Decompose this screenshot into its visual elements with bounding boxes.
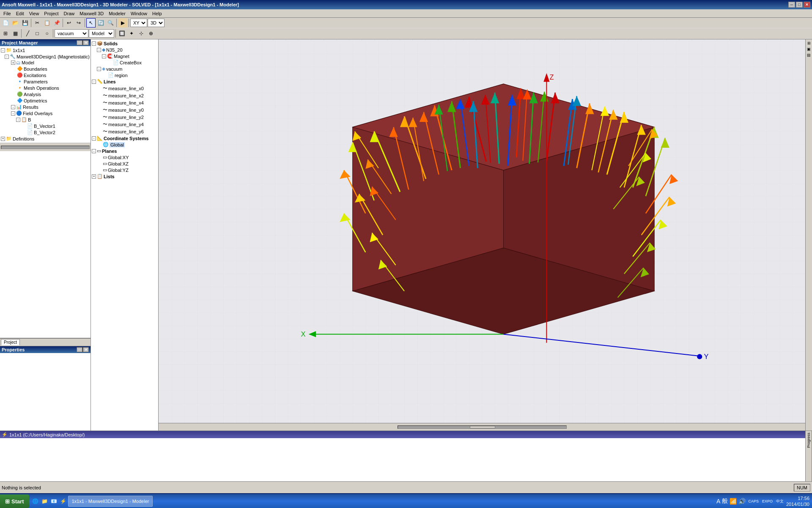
mt-line-x0[interactable]: 〜 measure_line_x0: [92, 85, 157, 92]
tree-item-excitations[interactable]: 🔴 Excitations: [1, 72, 90, 78]
taskbar-mail-icon[interactable]: 📧: [49, 497, 59, 506]
dim-dropdown[interactable]: 3D2D: [148, 19, 165, 27]
toggle-model[interactable]: +: [11, 61, 15, 65]
tree-item-model[interactable]: + 🗂 Model: [1, 60, 90, 66]
mt-lines[interactable]: - 📏 Lines: [92, 78, 157, 85]
mt-global[interactable]: 🌐 Global: [92, 141, 157, 148]
paste-button[interactable]: 📌: [52, 18, 61, 28]
mt-lists[interactable]: + 📋 Lists: [92, 173, 157, 179]
view-dropdown[interactable]: XYXZYZ: [130, 19, 147, 27]
rt-btn-3[interactable]: ▤: [806, 52, 812, 58]
mt-planes[interactable]: - ▭ Planes: [92, 148, 157, 154]
material-dropdown[interactable]: vacuum: [55, 29, 88, 38]
rt-btn-2[interactable]: ▣: [806, 46, 812, 52]
grid-button[interactable]: ▦: [11, 29, 20, 38]
tree-item-parameters[interactable]: 🔹 Parameters: [1, 78, 90, 85]
toggle-defs[interactable]: +: [1, 137, 5, 141]
tree-item-design[interactable]: - 🔧 Maxwell3DDesign1 (Magnetostatic): [1, 53, 90, 60]
tree-item-bvector1[interactable]: 📄 B_Vector1: [1, 123, 90, 129]
mt-line-x2[interactable]: 〜 measure_line_x2: [92, 92, 157, 99]
tree-item-boundaries[interactable]: 🔶 Boundaries: [1, 66, 90, 72]
tree-item-root[interactable]: - 📁 1x1x1: [1, 47, 90, 53]
mt-line-x4[interactable]: 〜 measure_line_x4: [92, 99, 157, 106]
tree-item-mesh[interactable]: 🔸 Mesh Operations: [1, 85, 90, 91]
mt-createbox[interactable]: 📄 CreateBox: [92, 59, 157, 66]
draw-box-button[interactable]: □: [33, 29, 42, 38]
taskbar-ansoft-icon[interactable]: ⚡: [59, 497, 68, 506]
tray-icon-a[interactable]: A: [716, 498, 720, 505]
draw-line-button[interactable]: ╱: [23, 29, 32, 38]
tree-item-optimetrics[interactable]: 🔷 Optimetrics: [1, 97, 90, 104]
3d-viewport[interactable]: B[tesla] 1.8065e+0001.0216e+0009.8762e-0…: [159, 39, 805, 431]
toggle-root[interactable]: -: [1, 48, 5, 52]
scroll-thumb[interactable]: [470, 426, 495, 428]
taskbar-ie-icon[interactable]: 🌐: [31, 497, 40, 506]
tree-item-definitions[interactable]: + 📁 Definitions: [1, 135, 90, 142]
start-button[interactable]: ⊞ Start: [0, 494, 29, 508]
undo-button[interactable]: ↩: [64, 18, 74, 28]
mt-vacuum[interactable]: - ◈ vacuum: [92, 66, 157, 72]
mt-region[interactable]: 📄 region: [92, 72, 157, 78]
snap-button[interactable]: ⊞: [1, 29, 10, 38]
mt-xz[interactable]: ▭ Global:XZ: [92, 160, 157, 167]
tab-project[interactable]: Project: [1, 339, 20, 345]
menu-modeler[interactable]: Modeler: [106, 10, 128, 17]
viewport-scrollbar[interactable]: [159, 423, 805, 431]
tree-item-analysis[interactable]: 🟢 Analysis: [1, 91, 90, 97]
solve-type-dropdown[interactable]: Model: [89, 29, 114, 38]
menu-maxwell3d[interactable]: Maxwell 3D: [77, 10, 106, 17]
menu-view[interactable]: View: [27, 10, 42, 17]
pm-scrollbar[interactable]: [1, 146, 90, 149]
scroll-track[interactable]: [398, 425, 567, 429]
taskbar-folder-icon[interactable]: 📁: [40, 497, 49, 506]
pm-close[interactable]: ✕: [83, 40, 89, 45]
tree-item-bvector2[interactable]: 📄 B_Vector2: [1, 129, 90, 135]
mt-line-y0[interactable]: 〜 measure_line_y0: [92, 106, 157, 113]
menu-file[interactable]: File: [1, 10, 14, 17]
mt-solids[interactable]: - 📦 Solids: [92, 40, 157, 47]
field-btn-2[interactable]: ✦: [127, 29, 136, 38]
mt-n35[interactable]: - ◆ N35_20: [92, 47, 157, 53]
tray-icon-volume[interactable]: 🔊: [738, 498, 746, 505]
menu-project[interactable]: Project: [41, 10, 61, 17]
draw-circle-button[interactable]: ○: [42, 29, 52, 38]
mt-line-y6[interactable]: 〜 measure_line_y6: [92, 128, 157, 135]
field-btn-4[interactable]: ⊕: [146, 29, 156, 38]
minimize-button[interactable]: ─: [788, 2, 795, 8]
zoom-button[interactable]: 🔍: [106, 18, 115, 28]
cut-button[interactable]: ✂: [33, 18, 42, 28]
tree-item-field-overlays[interactable]: - 🔵 Field Overlays: [1, 110, 90, 116]
mt-coord[interactable]: - 📐 Coordinate Systems: [92, 135, 157, 141]
toggle-B[interactable]: -: [16, 118, 20, 122]
rotate-button[interactable]: 🔄: [96, 18, 105, 28]
copy-button[interactable]: 📋: [42, 18, 52, 28]
taskbar-maxwell-item[interactable]: 1x1x1 - Maxwell3DDesign1 - Modeler: [68, 496, 153, 507]
close-button[interactable]: ✕: [804, 2, 810, 8]
mt-magnet[interactable]: - 🧲 Magnet: [92, 53, 157, 59]
tree-item-B[interactable]: - 📋 B: [1, 116, 90, 123]
save-button[interactable]: 💾: [20, 18, 30, 28]
tray-icon-jp[interactable]: 般: [722, 497, 728, 505]
mt-xy[interactable]: ▭ Global:XY: [92, 154, 157, 160]
new-button[interactable]: 📄: [1, 18, 10, 28]
tray-icon-network[interactable]: 📶: [730, 498, 737, 505]
menu-window[interactable]: Window: [128, 10, 150, 17]
props-close[interactable]: ✕: [83, 347, 89, 352]
props-minimize[interactable]: ─: [77, 347, 82, 352]
menu-help[interactable]: Help: [150, 10, 165, 17]
solve-button[interactable]: ▶: [118, 18, 127, 28]
toggle-design[interactable]: -: [5, 55, 9, 59]
toggle-results[interactable]: -: [11, 105, 15, 109]
field-btn-1[interactable]: 🔲: [117, 29, 126, 38]
mt-line-y4[interactable]: 〜 measure_line_y4: [92, 121, 157, 128]
tree-item-results[interactable]: - 📊 Results: [1, 104, 90, 110]
mt-line-y2[interactable]: 〜 measure_line_y2: [92, 113, 157, 121]
toggle-overlays[interactable]: -: [11, 111, 15, 116]
maximize-button[interactable]: □: [796, 2, 803, 8]
mt-yz[interactable]: ▭ Global:YZ: [92, 167, 157, 173]
rt-btn-1[interactable]: ⊞: [806, 40, 812, 46]
redo-button[interactable]: ↪: [74, 18, 83, 28]
select-button[interactable]: ↖: [86, 18, 96, 28]
menu-edit[interactable]: Edit: [14, 10, 27, 17]
open-button[interactable]: 📂: [11, 18, 20, 28]
